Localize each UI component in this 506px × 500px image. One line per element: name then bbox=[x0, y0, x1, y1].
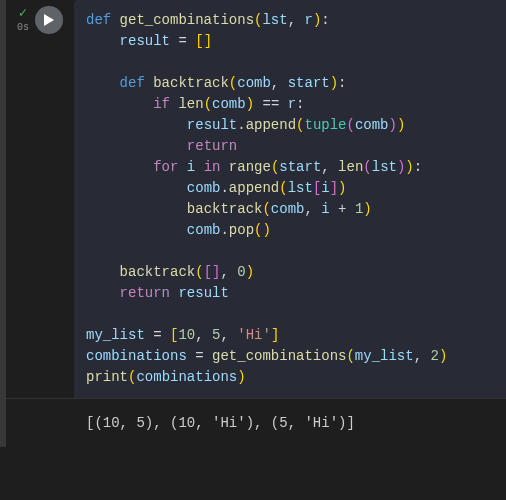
code-cell: ✓ 0s def get_combinations(lst, r): resul… bbox=[0, 0, 506, 398]
cell-output: [(10, 5), (10, 'Hi'), (5, 'Hi')] bbox=[6, 398, 506, 447]
run-button[interactable] bbox=[35, 6, 63, 34]
code-editor[interactable]: def get_combinations(lst, r): result = [… bbox=[74, 0, 506, 398]
execution-time: 0s bbox=[17, 22, 29, 33]
output-row: [(10, 5), (10, 'Hi'), (5, 'Hi')] bbox=[0, 398, 506, 447]
check-icon: ✓ bbox=[19, 6, 27, 20]
play-icon bbox=[43, 13, 55, 27]
cell-gutter: ✓ 0s bbox=[6, 0, 74, 398]
